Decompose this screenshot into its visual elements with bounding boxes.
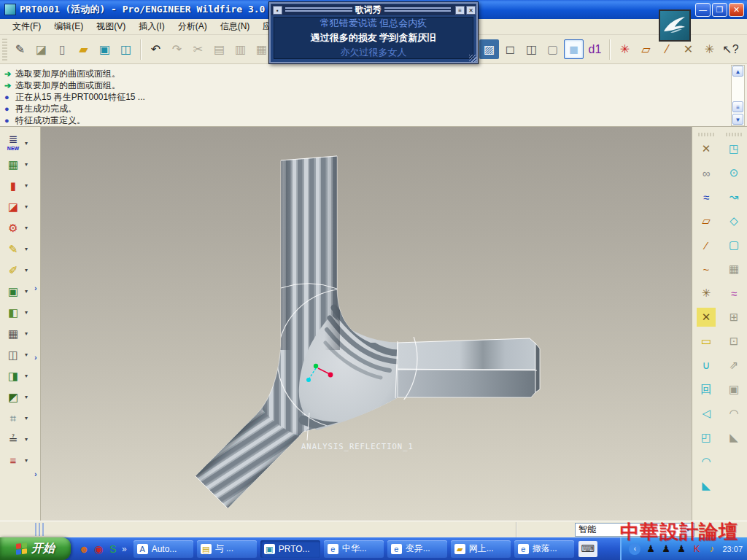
minimize-button[interactable]: —	[695, 3, 711, 17]
repaint-icon[interactable]: ▨	[479, 39, 499, 59]
messenger-icon[interactable]: ☻	[77, 542, 91, 556]
datum-plane-icon[interactable]: ▱	[697, 211, 716, 230]
toolbar-expand-chevron[interactable]: ›	[34, 353, 37, 362]
dropdown-caret-icon[interactable]: ▾	[25, 182, 28, 189]
status-splitter-grip[interactable]	[35, 523, 45, 536]
left-tool-button[interactable]: ✐ ▾	[0, 260, 40, 281]
extrude-tool-icon[interactable]: ◳	[724, 139, 743, 158]
copy-icon[interactable]: ▤	[209, 39, 229, 59]
menu-item[interactable]: 视图(V)	[90, 19, 132, 34]
blend-tool-icon[interactable]: ◇	[724, 211, 743, 230]
dropdown-caret-icon[interactable]: ▾	[25, 267, 28, 273]
analysis-annotation[interactable]: ANALYSIS_REFLECTION_1	[301, 442, 414, 451]
graphics-viewport[interactable]: ANALYSIS_REFLECTION_1	[41, 127, 692, 521]
revolve-tool-icon[interactable]: ⊙	[724, 163, 743, 182]
dropdown-caret-icon[interactable]: ▾	[25, 140, 28, 147]
taskbar-task-button[interactable]: e 撒落...	[514, 540, 574, 558]
copy-geometry-icon[interactable]: ⊡	[724, 332, 743, 351]
csys-display-icon[interactable]: ✳	[700, 39, 719, 59]
undo-icon[interactable]: ↶	[146, 39, 166, 59]
curve-chain-icon[interactable]: ∞	[697, 163, 716, 182]
taskbar-task-button[interactable]: A Auto...	[133, 540, 193, 558]
menu-item[interactable]: 文件(F)	[6, 19, 47, 34]
dropdown-caret-icon[interactable]: ▾	[25, 288, 28, 295]
point-highlight-icon[interactable]: ✕	[697, 308, 716, 327]
left-tool-button[interactable]: ▮ ▾	[0, 175, 40, 196]
paste-icon[interactable]: ▥	[231, 39, 250, 59]
qq-penguin-icon[interactable]: ♟	[659, 542, 672, 555]
browser-s-icon[interactable]: S	[106, 542, 120, 556]
hidden-line-icon[interactable]: ◫	[522, 39, 541, 59]
dropdown-caret-icon[interactable]: ▾	[25, 415, 28, 421]
toolbar-handle[interactable]	[2, 39, 7, 61]
left-tool-button[interactable]: ≡ ▾	[0, 450, 40, 471]
left-tool-button[interactable]: ▦ ▾	[0, 154, 40, 175]
menu-item[interactable]: 信息(N)	[214, 19, 257, 34]
sweep-tool-icon[interactable]: ↝	[724, 187, 743, 206]
open-file-icon[interactable]: ▰	[74, 39, 93, 59]
left-tool-button[interactable]: ≟ ▾	[0, 429, 40, 450]
dropdown-caret-icon[interactable]: ▾	[25, 309, 28, 316]
dropdown-caret-icon[interactable]: ▾	[25, 373, 28, 379]
draft-tool-icon[interactable]: ◰	[697, 428, 716, 447]
cut-icon[interactable]: ✂	[188, 39, 208, 59]
taskbar-task-button[interactable]: e 中华...	[324, 540, 384, 558]
menu-item[interactable]: 分析(A)	[171, 19, 214, 34]
lyrics-title-bar[interactable]: ▪ 歌词秀 ≡ ✕	[271, 4, 476, 15]
no-hidden-icon[interactable]: ▢	[543, 39, 562, 59]
erase-display-icon[interactable]: ◪	[31, 39, 51, 59]
menu-item[interactable]: 插入(I)	[132, 19, 171, 34]
media-player-icon[interactable]: ◉	[91, 542, 106, 556]
dropdown-caret-icon[interactable]: ▾	[25, 203, 28, 210]
left-tool-button[interactable]: ◪ ▾	[0, 196, 40, 217]
left-tool-button[interactable]: ⌗ ▾	[0, 408, 40, 429]
toolbar-expand-chevron[interactable]: ›	[34, 284, 37, 292]
new-file-icon[interactable]: ▯	[53, 39, 72, 59]
toolbar-handle[interactable]	[726, 133, 742, 136]
taskbar-task-button[interactable]: e 变异...	[387, 540, 447, 558]
combo-dropdown-icon[interactable]: ▼	[681, 524, 694, 536]
left-tool-button[interactable]: ⚙ ▾	[0, 217, 40, 238]
pattern-grid-icon[interactable]: ▦	[724, 260, 743, 279]
new-drawing-icon[interactable]: ✎	[10, 39, 30, 59]
patch-surface-icon[interactable]: ▣	[724, 380, 743, 399]
lyrics-widget[interactable]: ▪ 歌词秀 ≡ ✕ 常犯错爱说谎 但总会内疚 遇过很多的损友 学到贪新厌旧 亦欠…	[268, 1, 479, 64]
left-tool-button[interactable]: ✎ ▾	[0, 238, 40, 260]
datum-display-icon[interactable]: d1	[585, 39, 605, 59]
save-copy-icon[interactable]: ◫	[116, 39, 136, 59]
move-arrow-icon[interactable]: ⇗	[724, 356, 743, 375]
lyrics-close-button[interactable]: ✕	[466, 6, 476, 15]
taskbar-task-button[interactable]: ▣ PRTO...	[260, 540, 320, 558]
toolbar-handle[interactable]	[698, 133, 714, 136]
toolbar-expand-chevron[interactable]: ›	[34, 470, 37, 478]
lyrics-minimize-button[interactable]: ≡	[455, 6, 465, 15]
round-tool-icon[interactable]: ◠	[697, 452, 716, 471]
left-tool-button[interactable]: ◧ ▾	[0, 302, 40, 323]
redo-icon[interactable]: ↷	[167, 39, 187, 59]
boundary-blend-icon[interactable]: ▢	[724, 236, 743, 254]
dropdown-caret-icon[interactable]: ▾	[25, 330, 28, 337]
style-surface-icon[interactable]: ≈	[724, 284, 743, 303]
plane-display-icon[interactable]: ▱	[636, 39, 656, 59]
dropdown-caret-icon[interactable]: ▾	[25, 161, 28, 168]
context-help-icon[interactable]: ↖?	[721, 39, 740, 59]
dropdown-caret-icon[interactable]: ▾	[25, 351, 28, 358]
scroll-lines-button[interactable]: ≡	[732, 101, 743, 112]
kaspersky-icon[interactable]: K	[690, 542, 703, 555]
taskbar-task-button[interactable]: ▤ 与 ...	[197, 540, 257, 558]
dropdown-caret-icon[interactable]: ▾	[25, 246, 28, 252]
input-method-keyboard-icon[interactable]: ⌨	[578, 541, 597, 557]
rib-tool-icon[interactable]: ◁	[697, 404, 716, 423]
spin-center-icon[interactable]: ✳	[615, 39, 635, 59]
dropdown-caret-icon[interactable]: ▾	[25, 457, 28, 464]
datum-point-icon[interactable]: ✕	[697, 139, 716, 158]
scroll-down-button[interactable]: ▼	[732, 114, 743, 125]
selection-filter-combo[interactable]: 智能 ▼	[575, 523, 694, 537]
insert-window-icon[interactable]: ⊞	[724, 308, 743, 327]
left-tool-button[interactable]: ◩ ▾	[0, 386, 40, 408]
close-button[interactable]: ✕	[729, 3, 744, 17]
csys-icon[interactable]: ✳	[697, 284, 716, 303]
chamfer-gray-icon[interactable]: ◣	[724, 428, 743, 447]
spline-points-icon[interactable]: ≈	[697, 187, 716, 206]
menu-item[interactable]: 编辑(E)	[47, 19, 90, 34]
